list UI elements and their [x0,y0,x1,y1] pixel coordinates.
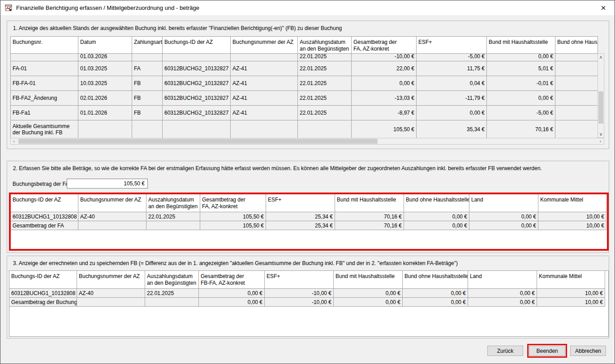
table-cell[interactable]: AZ-40 [78,212,146,221]
scroll-right-icon[interactable]: › [597,138,604,144]
close-icon[interactable]: ✕ [597,4,610,12]
table-cell[interactable]: Gesamtbetrag der FA [11,221,78,230]
table-cell[interactable]: 0,00 € [487,91,555,105]
table-cell[interactable]: 01.01.2026 [78,106,132,120]
table-cell[interactable] [231,120,298,138]
table-cell[interactable] [11,54,78,61]
scroll-down-icon[interactable]: ∨ [598,131,604,137]
table-cell[interactable] [77,298,145,306]
table-row[interactable]: 01.03.202622.01.2025-10,00 €-5,00 €0,00 … [11,54,598,61]
table-cell[interactable]: FB [132,91,163,105]
table-cell[interactable]: -5,00 € [487,106,555,120]
table-cell[interactable] [298,120,352,138]
table-cell[interactable]: 0,00 € [199,289,265,297]
table-cell[interactable]: 25,34 € [266,212,335,221]
table-cell[interactable]: 10.03.2025 [78,76,132,90]
table-cell[interactable]: 0,00 € [199,298,265,306]
table-cell[interactable]: 22.01.2025 [298,54,352,61]
table-cell[interactable] [555,120,598,138]
table-cell[interactable] [145,298,199,306]
table-cell[interactable]: FA [132,61,163,76]
finish-button[interactable]: Beenden [529,346,565,356]
table-cell[interactable] [555,91,598,105]
table-cell[interactable] [231,54,298,61]
table-cell[interactable]: 0,00 € [417,106,487,120]
table-cell[interactable]: 0,04 € [417,76,487,90]
table-cell[interactable]: 105,50 € [200,212,266,221]
table-cell[interactable]: Gesamtbetrag der Buchung [9,298,77,306]
table-cell[interactable]: 22.01.2025 [145,289,199,297]
back-button[interactable]: Zurück [487,346,523,356]
table-cell[interactable]: Aktuelle Gesamtsumme der Buchung inkl. F… [11,120,78,138]
table-cell[interactable] [132,120,163,138]
table-cell[interactable] [163,120,231,138]
table-cell[interactable]: 22.01.2025 [298,106,352,120]
vertical-scrollbar-thumb[interactable] [598,91,603,124]
table-cell[interactable]: AZ-40 [77,289,145,297]
table-cell[interactable]: -13,03 € [352,91,417,105]
table-cell[interactable] [78,221,146,230]
table-cell[interactable]: 0,00 € [469,221,538,230]
table-cell[interactable] [555,54,598,61]
horizontal-scrollbar-thumb[interactable] [18,139,378,144]
table-cell[interactable]: FB [132,106,163,120]
table-cell[interactable] [163,54,231,61]
table-cell[interactable]: 01.03.2026 [78,54,132,61]
table-cell[interactable]: 02.01.2026 [78,91,132,105]
horizontal-scrollbar[interactable]: ‹ › [10,138,604,145]
table-cell[interactable]: FB-FA-01 [11,76,78,90]
table-row[interactable]: FB-FA2_Änderung02.01.2026FB60312BUCHG2_1… [11,91,598,106]
table-cell[interactable]: 0,00 € [404,221,469,230]
table-row[interactable]: 60312BUCHG1_10132808AZ-4022.01.2025105,5… [11,212,606,221]
table-cell[interactable]: 01.03.2025 [78,61,132,76]
booking-amount-input[interactable] [67,179,148,188]
table-cell[interactable]: 0,00 € [487,54,555,61]
table-cell[interactable] [555,61,598,76]
table-cell[interactable]: -5,00 € [417,54,487,61]
table-cell[interactable]: FA-01 [11,61,78,76]
table-cell[interactable]: 60312BUCHG1_10132808 [9,289,77,297]
table-cell[interactable]: 60312BUCHG2_10132827 [163,76,231,90]
table-row[interactable]: Gesamtbetrag der Buchung0,00 €-10,00 €0,… [9,298,605,307]
table-cell[interactable]: 60312BUCHG1_10132808 [11,212,78,221]
table-cell[interactable]: 60312BUCHG2_10132827 [163,61,231,76]
table-cell[interactable]: 70,16 € [335,221,404,230]
table-cell[interactable]: 10,00 € [538,212,606,221]
table-row[interactable]: Gesamtbetrag der FA105,50 €25,34 €70,16 … [11,221,606,230]
table-cell[interactable]: 70,16 € [335,212,404,221]
table-cell[interactable]: FB-FA2_Änderung [11,91,78,105]
table-cell[interactable]: AZ-41 [231,106,298,120]
table-cell[interactable]: -10,00 € [265,289,334,297]
table-cell[interactable]: 22.01.2025 [298,61,352,76]
table-row[interactable]: FB-FA-0110.03.2025FB60312BUCHG2_10132827… [11,76,598,91]
table-cell[interactable] [555,106,598,120]
table-cell[interactable]: 11,75 € [417,61,487,76]
table-cell[interactable]: 0,00 € [403,298,468,306]
table-cell[interactable]: FB-Fa1 [11,106,78,120]
table-cell[interactable]: 0,00 € [403,289,468,297]
table-cell[interactable]: 0,00 € [352,76,417,90]
table-cell[interactable]: 22,00 € [352,61,417,76]
scroll-up-icon[interactable]: ∧ [598,54,604,60]
table-cell[interactable]: 10,00 € [537,298,605,306]
table-cell[interactable]: 0,00 € [468,298,537,306]
table-cell[interactable]: 5,01 € [487,61,555,76]
table-cell[interactable]: AZ-41 [231,76,298,90]
horizontal-scrollbar-track[interactable] [17,138,597,144]
table-cell[interactable]: 105,50 € [200,221,266,230]
vertical-scrollbar-track[interactable] [598,60,604,131]
table-row[interactable]: Aktuelle Gesamtsumme der Buchung inkl. F… [11,120,598,138]
table-cell[interactable]: -10,00 € [352,54,417,61]
table-cell[interactable]: 0,00 € [468,289,537,297]
table-cell[interactable]: -8,97 € [352,106,417,120]
table-cell[interactable]: 22.01.2025 [146,212,200,221]
table-row[interactable]: FB-Fa101.01.2026FB60312BUCHG2_10132827AZ… [11,106,598,120]
table-cell[interactable]: AZ-41 [231,61,298,76]
table-cell[interactable]: FB [132,76,163,90]
table-cell[interactable]: 22.01.2025 [298,91,352,105]
cancel-button[interactable]: Abbrechen [570,346,606,356]
table-cell[interactable] [78,120,132,138]
table-cell[interactable]: 60312BUCHG2_10132827 [163,91,231,105]
table-cell[interactable]: 35,34 € [417,120,487,138]
table-cell[interactable]: 0,00 € [334,289,403,297]
